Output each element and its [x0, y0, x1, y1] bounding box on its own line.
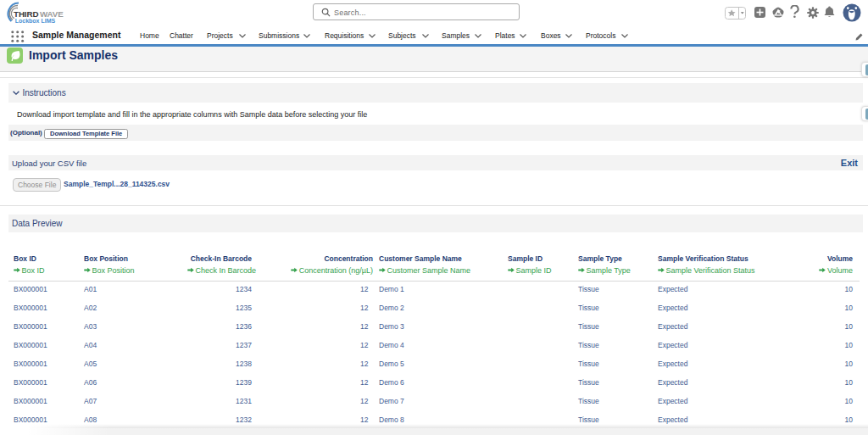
- svg-text:Lockbox LIMS: Lockbox LIMS: [15, 18, 56, 24]
